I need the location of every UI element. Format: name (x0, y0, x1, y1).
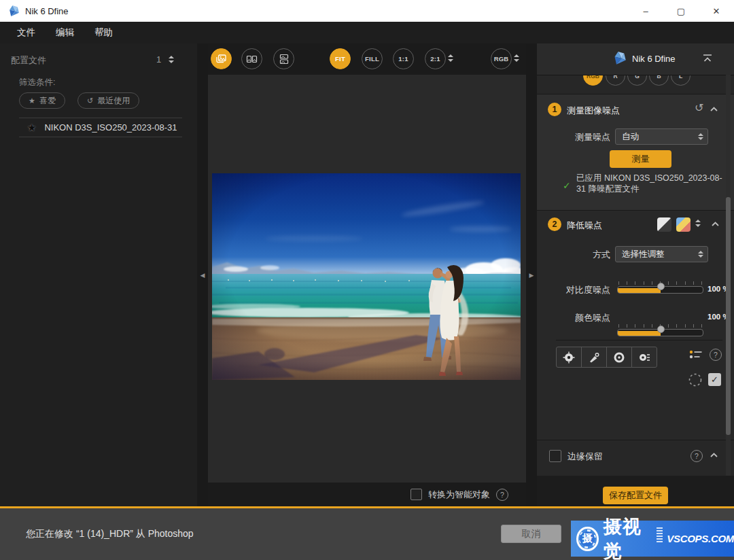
profile-list-item[interactable]: ★ NIKON D3S_ISO250_2023-08-31 (19, 118, 182, 137)
menu-file[interactable]: 文件 (7, 22, 46, 43)
favorite-star-icon[interactable]: ★ (27, 122, 36, 134)
chevron-up-icon[interactable] (710, 106, 718, 112)
status-text: 您正在修改 “1 (14)_HDR” 从 Photoshop (26, 528, 194, 540)
watermark-site: VSCOPS.COM (667, 533, 734, 544)
channel-rgb-button[interactable]: RGB (491, 48, 512, 69)
star-icon: ★ (29, 97, 35, 105)
brush-icon (587, 351, 601, 364)
chevron-up-icon[interactable] (710, 452, 718, 458)
preview-image (212, 173, 521, 380)
watermark-seal (657, 527, 663, 545)
dropdown-spinner-icon (698, 251, 703, 258)
canvas-toolbar: FIT FILL 1:1 2:1 RGB (208, 43, 526, 75)
watermark-logo-char: 摄 (580, 531, 595, 546)
title-bar: Nik 6 Dfine – ▢ ✕ (0, 0, 734, 22)
minimize-button[interactable]: – (628, 0, 663, 22)
color-noise-slider[interactable] (617, 324, 703, 339)
filter-recent-button[interactable]: ↺ 最近使用 (77, 92, 139, 109)
scrollbar-thumb[interactable] (726, 197, 731, 435)
measure-noise-section: 1 测量图像噪点 ↺ 测量噪点 自动 测量 ✓ 已应用 NIKON D3S_IS… (537, 94, 734, 211)
reduce-noise-section: 2 降低噪点 方式 选择性调整 对比度噪点 100 % 颜色噪点 100 % (537, 211, 734, 440)
divider (19, 137, 182, 137)
menu-edit[interactable]: 编辑 (46, 22, 84, 43)
control-point-group-tool-button[interactable] (631, 347, 657, 368)
method-dropdown[interactable]: 选择性调整 (615, 246, 708, 262)
right-collapse-strip: ▶ (526, 43, 537, 506)
split-vertical-view-button[interactable] (241, 48, 262, 69)
channel-b[interactable]: B (649, 75, 669, 86)
filter-favorites-button[interactable]: ★ 喜爱 (19, 92, 65, 109)
status-bar: 您正在修改 “1 (14)_HDR” 从 Photoshop 取消 摄 摄视觉 … (0, 508, 734, 560)
preview-spinner[interactable] (695, 220, 701, 227)
edge-preservation-checkbox[interactable] (549, 450, 561, 462)
step-1-badge: 1 (548, 103, 561, 116)
divider (556, 340, 722, 340)
save-profile-button[interactable]: 保存配置文件 (603, 487, 668, 504)
zoom-spinner[interactable] (448, 54, 453, 62)
channel-g[interactable]: G (627, 75, 647, 86)
close-button[interactable]: ✕ (699, 0, 734, 22)
control-point-group-icon (637, 351, 651, 364)
image-viewport (208, 75, 526, 483)
single-view-button[interactable] (211, 48, 232, 69)
color-preview-button[interactable] (676, 217, 691, 232)
history-icon: ↺ (87, 97, 93, 105)
method-label: 方式 (557, 249, 610, 261)
channel-spinner[interactable] (514, 54, 519, 62)
channel-l[interactable]: L (671, 75, 691, 86)
measure-noise-dropdown[interactable]: 自动 (615, 128, 708, 145)
filter-recent-label: 最近使用 (97, 95, 130, 107)
scrollbar-track[interactable] (726, 75, 731, 476)
measure-button[interactable]: 测量 (610, 150, 671, 168)
contrast-noise-label: 对比度噪点 (542, 284, 610, 296)
split-horizontal-icon (279, 54, 290, 65)
step-2-badge: 2 (548, 217, 561, 231)
split-horizontal-view-button[interactable] (273, 48, 294, 69)
smart-object-label: 转换为智能对象 (428, 489, 490, 501)
slider-handle[interactable] (657, 326, 665, 333)
profile-name: NIKON D3S_ISO250_2023-08-31 (44, 122, 177, 133)
profiles-count-spinner[interactable] (169, 56, 174, 63)
watermark-logo-icon: 摄 (576, 527, 599, 551)
help-icon[interactable]: ? (710, 349, 722, 361)
control-point-ring-icon (612, 351, 626, 364)
check-icon: ✓ (563, 180, 571, 191)
maximize-button[interactable]: ▢ (663, 0, 699, 22)
contrast-noise-slider[interactable] (617, 281, 703, 296)
channel-buttons-row: RGB R G B L (537, 75, 726, 86)
chevron-up-icon[interactable] (711, 221, 720, 227)
brush-tool-button[interactable] (581, 347, 607, 368)
nik-logo-icon (613, 52, 627, 65)
control-point-ring-tool-button[interactable] (606, 347, 632, 368)
bw-preview-button[interactable] (657, 217, 671, 232)
show-selections-checkbox[interactable]: ✓ (708, 373, 721, 386)
dashed-selection-icon[interactable] (688, 372, 703, 390)
help-icon[interactable]: ? (496, 489, 508, 501)
zoom-fill-button[interactable]: FILL (362, 48, 383, 69)
zoom-1to1-button[interactable]: 1:1 (393, 48, 414, 69)
slider-handle[interactable] (657, 283, 665, 290)
measure-noise-value: 自动 (622, 131, 698, 143)
help-icon[interactable]: ? (691, 450, 703, 462)
collapse-panel-icon[interactable] (702, 54, 713, 63)
channel-r[interactable]: R (606, 75, 625, 86)
left-collapse-strip: ◀ (197, 43, 208, 506)
zoom-fit-button[interactable]: FIT (330, 48, 351, 69)
applied-profile-text: 已应用 NIKON D3S_ISO250_2023-08-31 降噪配置文件 (576, 173, 727, 194)
control-point-settings-icon[interactable] (688, 348, 704, 364)
smart-object-checkbox[interactable] (410, 489, 422, 500)
selective-tools-group (556, 347, 657, 368)
menu-bar: 文件 编辑 帮助 (0, 22, 734, 43)
dropdown-spinner-icon (698, 133, 703, 141)
measure-noise-label: 测量噪点 (557, 131, 610, 143)
cancel-button[interactable]: 取消 (501, 525, 561, 543)
channel-rgb[interactable]: RGB (583, 75, 603, 86)
zoom-2to1-button[interactable]: 2:1 (425, 48, 446, 69)
panel-footer: 保存配置文件 (537, 476, 734, 506)
profiles-count: 1 (156, 54, 161, 65)
collapse-left-panel-arrow[interactable]: ◀ (197, 272, 208, 279)
reset-icon[interactable]: ↺ (695, 103, 703, 113)
collapse-right-panel-arrow[interactable]: ▶ (526, 272, 537, 279)
control-point-tool-button[interactable] (556, 347, 582, 368)
menu-help[interactable]: 帮助 (84, 22, 123, 43)
